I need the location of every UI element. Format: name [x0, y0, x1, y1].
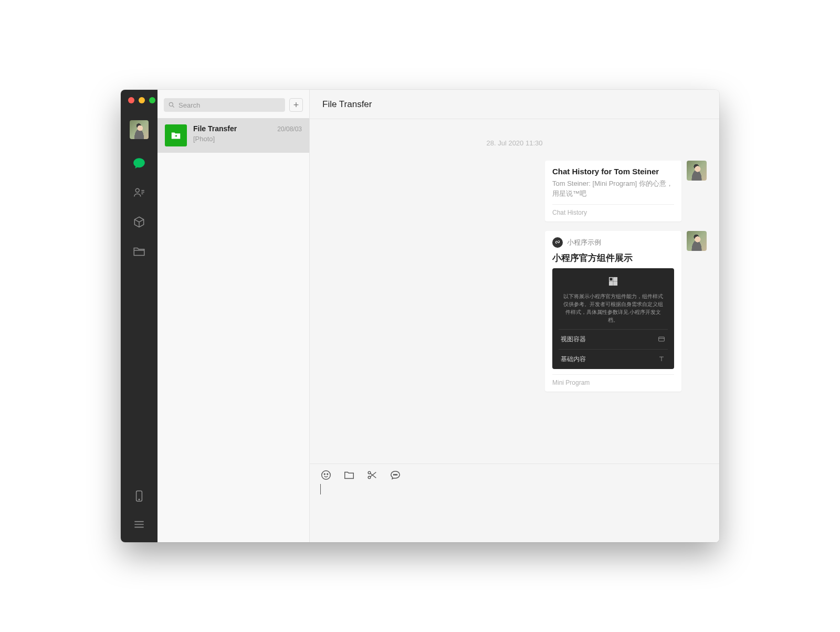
search-placeholder: Search [178, 101, 200, 109]
conversation-title: File Transfer [193, 124, 237, 133]
conversation-item[interactable]: File Transfer 20/08/03 [Photo] [158, 118, 309, 153]
card-body: Tom Steiner: [Mini Program] 你的心意，用星说™吧 [552, 179, 674, 199]
svg-point-15 [395, 475, 396, 476]
chat-panel: File Transfer 28. Jul 2020 11:30 Chat Hi… [310, 90, 719, 542]
chats-tab[interactable] [132, 156, 146, 171]
svg-point-10 [324, 473, 325, 475]
conversation-preview: [Photo] [193, 135, 302, 143]
chat-header: File Transfer [310, 90, 719, 119]
conversation-text: File Transfer 20/08/03 [Photo] [193, 124, 302, 146]
message-input-area [310, 464, 719, 542]
chat-history-card[interactable]: Chat History for Tom Steiner Tom Steiner… [545, 161, 681, 222]
mini-program-description: 以下将展示小程序官方组件能力，组件样式仅供参考。开发者可根据自身需求自定义组件样… [559, 292, 668, 329]
svg-point-13 [368, 476, 371, 479]
contacts-icon [132, 186, 146, 199]
mini-program-row-label: 基础内容 [561, 355, 586, 364]
svg-point-9 [322, 471, 331, 480]
conversation-list: Search + File Transfer 20/08/03 [Photo] [158, 90, 310, 542]
maximize-window-button[interactable] [149, 97, 155, 103]
svg-point-12 [368, 471, 371, 474]
mini-program-row: 视图容器 [559, 329, 668, 349]
svg-point-3 [169, 102, 173, 106]
svg-rect-5 [614, 277, 617, 280]
card-title: Chat History for Tom Steiner [552, 167, 674, 176]
chat-timestamp: 28. Jul 2020 11:30 [322, 139, 707, 147]
search-input[interactable]: Search [164, 98, 285, 112]
svg-point-16 [396, 475, 397, 476]
chat-body: 28. Jul 2020 11:30 Chat History for Tom … [310, 119, 719, 464]
text-icon [657, 355, 666, 363]
svg-rect-4 [610, 277, 613, 280]
cube-icon [132, 215, 146, 229]
window-controls [128, 97, 155, 103]
mini-program-preview: 以下将展示小程序官方组件能力，组件样式仅供参考。开发者可根据自身需求自定义组件样… [552, 268, 674, 369]
svg-point-0 [135, 188, 139, 192]
sidebar [121, 90, 158, 542]
new-chat-button[interactable]: + [289, 98, 303, 112]
chat-title: File Transfer [322, 99, 372, 110]
search-row: Search + [158, 90, 309, 118]
message-row: Chat History for Tom Steiner Tom Steiner… [322, 161, 707, 222]
app-window: Search + File Transfer 20/08/03 [Photo] [121, 90, 719, 542]
message-textarea[interactable] [121, 479, 719, 542]
minimize-window-button[interactable] [139, 97, 145, 103]
files-tab[interactable] [132, 244, 146, 259]
mini-program-app-name: 小程序示例 [567, 238, 601, 247]
mini-program-title: 小程序官方组件展示 [552, 252, 674, 264]
card-footer: Chat History [552, 204, 674, 216]
mini-program-header: 小程序示例 [552, 237, 674, 248]
conversation-avatar [165, 124, 187, 146]
svg-rect-7 [614, 282, 617, 285]
sender-avatar[interactable] [687, 231, 707, 251]
contacts-tab[interactable] [132, 185, 146, 200]
favorites-tab[interactable] [132, 215, 146, 229]
container-icon [657, 335, 666, 343]
plus-icon: + [293, 100, 299, 111]
folder-arrow-icon [170, 130, 182, 141]
card-footer: Mini Program [552, 374, 674, 386]
mini-program-row: 基础内容 [559, 349, 668, 369]
svg-rect-6 [610, 282, 613, 285]
svg-point-11 [327, 473, 328, 475]
close-window-button[interactable] [128, 97, 134, 103]
profile-avatar[interactable] [130, 120, 149, 139]
conversation-time: 20/08/03 [277, 125, 302, 133]
mini-program-logo-icon [552, 237, 563, 248]
folder-icon [132, 245, 146, 258]
chat-bubble-icon [132, 156, 146, 170]
svg-point-14 [393, 475, 394, 476]
message-row: 小程序示例 小程序官方组件展示 以下将展示小程序官方组件能力，组件样式仅供参考。… [322, 231, 707, 392]
grid-icon [559, 276, 668, 287]
mini-program-card[interactable]: 小程序示例 小程序官方组件展示 以下将展示小程序官方组件能力，组件样式仅供参考。… [545, 231, 681, 392]
sender-avatar[interactable] [687, 161, 707, 181]
search-icon [168, 101, 175, 109]
mini-program-row-label: 视图容器 [561, 335, 586, 344]
svg-rect-8 [659, 337, 665, 341]
